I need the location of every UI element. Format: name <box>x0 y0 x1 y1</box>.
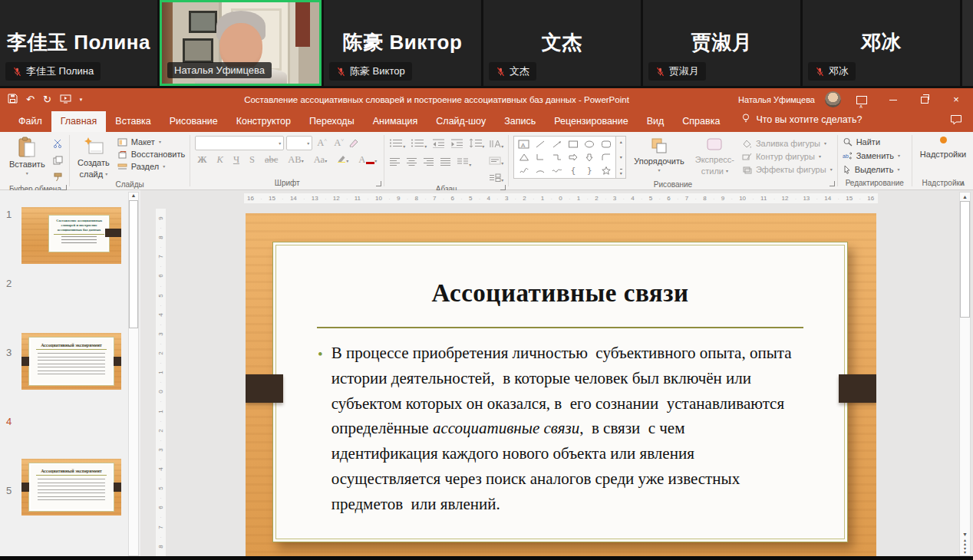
align-center-icon[interactable] <box>406 156 417 170</box>
copy-icon[interactable] <box>53 154 64 168</box>
scroll-up-icon[interactable]: ▲ <box>962 194 968 199</box>
bold-button[interactable]: Ж <box>195 154 209 166</box>
underline-button[interactable]: Ч <box>231 154 242 166</box>
comments-icon[interactable] <box>950 114 962 132</box>
participant-tile-active-speaker[interactable]: Наталья Уфимцева <box>160 0 322 86</box>
paragraph-dialog-launcher[interactable] <box>500 185 506 190</box>
restore-button[interactable] <box>914 88 935 110</box>
tab-home[interactable]: Главная <box>51 111 107 132</box>
layout-button[interactable]: Макет▾ <box>117 137 185 147</box>
align-left-icon[interactable] <box>389 156 401 170</box>
slide-thumbnail-1[interactable]: Составление ассоциативных словарей и пос… <box>21 207 121 264</box>
shape-outline-button[interactable]: Контур фигуры▾ <box>742 152 833 161</box>
next-slide-button[interactable]: ▾▾ <box>964 547 966 554</box>
highlight-color-button[interactable]: ▾ <box>335 154 351 166</box>
character-spacing-button[interactable]: АВ▾ <box>285 154 305 166</box>
clipboard-dialog-launcher[interactable] <box>61 185 67 190</box>
slide-body-textbox[interactable]: • В процессе приобретения личностью субъ… <box>318 341 807 516</box>
slide-thumbnail-2[interactable]: Ассоциативный эксперимент <box>21 333 121 390</box>
start-slideshow-icon[interactable] <box>60 93 71 107</box>
previous-slide-button[interactable]: ▴▴ <box>964 539 966 545</box>
main-scrollbar[interactable]: ▲ ▼ ▴▴ ▾▾ <box>959 192 971 556</box>
tab-animations[interactable]: Анимация <box>364 111 427 132</box>
shrink-font-button[interactable]: А˅ <box>331 137 346 149</box>
tab-help[interactable]: Справка <box>673 111 729 132</box>
section-button[interactable]: Раздел▾ <box>117 162 185 171</box>
select-button[interactable]: Выделить▾ <box>843 165 900 174</box>
shape-fill-button[interactable]: Заливка фигуры▾ <box>742 139 833 148</box>
tab-draw[interactable]: Рисование <box>160 111 227 132</box>
save-icon[interactable] <box>8 93 18 107</box>
participant-tile[interactable]: 贾淑月 贾淑月 <box>643 0 800 86</box>
justify-icon[interactable] <box>440 156 451 170</box>
tell-me-search[interactable]: Что вы хотите сделать? <box>741 113 862 132</box>
tab-view[interactable]: Вид <box>638 111 674 132</box>
participant-tile[interactable]: 李佳玉 Полина 李佳玉 Полина <box>0 0 157 86</box>
group-drawing: A { <box>509 132 836 189</box>
slide-title[interactable]: Ассоциативные связи <box>273 279 847 308</box>
scrollbar-thumb[interactable] <box>960 201 970 318</box>
participant-tile[interactable]: 陈豪 Виктор 陈豪 Виктор <box>324 0 481 86</box>
font-color-button[interactable]: А▾ <box>356 154 379 166</box>
tab-slideshow[interactable]: Слайд-шоу <box>427 111 495 132</box>
tab-insert[interactable]: Вставка <box>106 111 160 132</box>
quick-styles-button[interactable]: Экспресс- стили▾ <box>692 136 737 179</box>
strikethrough-button[interactable]: abc <box>262 154 280 166</box>
account-avatar[interactable] <box>825 91 841 107</box>
italic-button[interactable]: К <box>215 154 226 166</box>
replace-button[interactable]: abЗаменить▾ <box>843 151 900 160</box>
convert-smartart-icon[interactable]: ▾ <box>489 171 503 185</box>
shapes-gallery-scroll[interactable]: ▴▾▾ <box>616 136 626 179</box>
change-case-button[interactable]: Аа▾ <box>312 154 329 166</box>
font-size-combobox[interactable]: ▾ <box>286 136 312 150</box>
redo-icon[interactable]: ↻ <box>43 94 51 104</box>
increase-indent-icon[interactable] <box>450 137 463 151</box>
addins-button[interactable]: Надстройки <box>917 136 969 176</box>
decrease-indent-icon[interactable] <box>432 137 445 151</box>
customize-qat-icon[interactable]: ▾ <box>80 97 83 102</box>
minimize-button[interactable] <box>882 88 904 110</box>
account-name[interactable]: Наталья Уфимцева <box>738 95 815 104</box>
tab-design[interactable]: Конструктор <box>227 111 300 132</box>
close-button[interactable]: × <box>945 88 967 110</box>
participant-label: Наталья Уфимцева <box>167 62 272 78</box>
find-button[interactable]: Найти <box>843 137 900 147</box>
columns-icon[interactable]: ▾ <box>457 156 471 170</box>
line-spacing-icon[interactable]: ▾ <box>469 137 484 151</box>
arrange-icon <box>650 137 668 155</box>
cut-icon[interactable] <box>53 137 64 151</box>
font-dialog-launcher[interactable] <box>376 181 381 186</box>
scroll-up-icon[interactable]: ▲ <box>131 193 137 198</box>
tab-transitions[interactable]: Переходы <box>300 111 364 132</box>
reset-button[interactable]: Восстановить <box>117 150 185 159</box>
shapes-gallery[interactable]: A { <box>513 136 616 179</box>
scroll-down-icon[interactable]: ▼ <box>962 532 968 537</box>
paste-button[interactable]: Вставить▾ <box>6 136 48 185</box>
slide-thumbnail-3[interactable]: Ассоциативный эксперимент <box>21 459 121 516</box>
scrollbar-thumb[interactable] <box>129 200 138 328</box>
bullets-icon[interactable]: ▾ <box>389 137 405 151</box>
shape-effects-button[interactable]: Эффекты фигуры▾ <box>742 165 833 174</box>
participant-tile[interactable]: 文杰 文杰 <box>483 0 641 86</box>
clear-formatting-icon[interactable] <box>348 137 358 150</box>
tab-record[interactable]: Запись <box>495 111 545 132</box>
text-direction-icon[interactable]: ▾ <box>489 137 503 151</box>
drawing-dialog-launcher[interactable] <box>830 181 835 186</box>
undo-icon[interactable]: ↶ <box>26 94 35 104</box>
slide-canvas[interactable]: Ассоциативные связи • В процессе приобре… <box>246 213 876 556</box>
align-text-icon[interactable]: ▾ <box>489 154 503 168</box>
ribbon-display-options-button[interactable] <box>851 88 872 110</box>
numbering-icon[interactable]: ▾ <box>411 137 427 151</box>
new-slide-button[interactable]: Создать слайд▾ <box>74 136 113 180</box>
format-painter-icon[interactable] <box>53 171 64 185</box>
thumbnail-scrollbar[interactable]: ▲ <box>128 192 139 556</box>
grow-font-button[interactable]: А˄ <box>315 137 329 149</box>
text-shadow-button[interactable]: S <box>247 154 257 166</box>
participant-tile[interactable]: 邓冰 邓冰 <box>803 0 960 86</box>
collapse-ribbon-icon[interactable]: ∧ <box>960 180 965 187</box>
font-name-combobox[interactable]: ▾ <box>195 136 284 150</box>
align-right-icon[interactable] <box>423 156 434 170</box>
arrange-button[interactable]: Упорядочить▾ <box>631 136 687 179</box>
tab-file[interactable]: Файл <box>9 111 51 132</box>
tab-review[interactable]: Рецензирование <box>545 111 638 132</box>
